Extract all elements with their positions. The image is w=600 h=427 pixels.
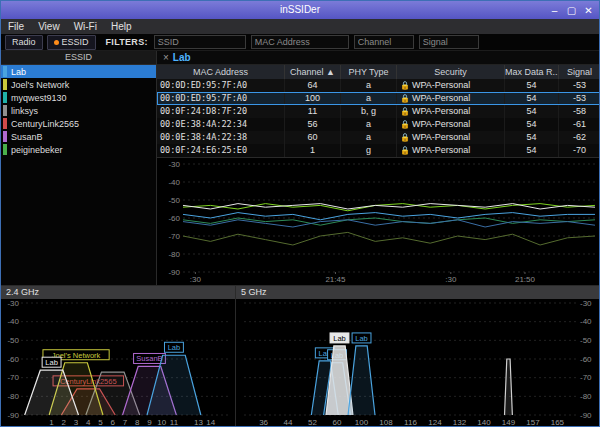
band-5ghz-panel: 5 GHz -30-40-50-60-70-80-903644526010010… <box>235 285 600 427</box>
essid-label: myqwest9130 <box>11 93 67 103</box>
svg-text:-60: -60 <box>168 214 180 223</box>
table-cell: b, g <box>341 105 397 118</box>
lock-icon: 🔒 <box>400 120 410 129</box>
maximize-icon[interactable]: ▢ <box>563 5 580 16</box>
svg-text::30: :30 <box>445 275 457 284</box>
menu-view[interactable]: View <box>31 21 67 32</box>
table-cell: a <box>341 131 397 144</box>
essid-sidebar: ESSID LabJoel's Networkmyqwest9130linksy… <box>1 51 157 285</box>
svg-text:36: 36 <box>259 418 268 427</box>
table-cell: 00:0E:38:4A:22:38 <box>157 131 285 144</box>
network-color-chip <box>3 118 7 129</box>
table-cell: 54 <box>505 79 559 92</box>
column-header[interactable]: Security <box>397 65 505 79</box>
svg-text:-50: -50 <box>580 336 592 345</box>
lock-icon: 🔒 <box>400 81 410 90</box>
essid-list-item[interactable]: linksys <box>1 104 156 117</box>
window-title: inSSIDer <box>1 4 599 15</box>
svg-text:21:45: 21:45 <box>325 275 346 284</box>
essid-list: LabJoel's Networkmyqwest9130linksysCentu… <box>1 65 156 156</box>
table-cell: 00:0F:24:E6:25:E0 <box>157 144 285 157</box>
essid-label: Lab <box>11 67 26 77</box>
svg-text::30: :30 <box>190 275 202 284</box>
network-color-chip <box>3 144 7 155</box>
band-24ghz-panel: 2.4 GHz -30-40-50-60-70-80-9012345678910… <box>1 285 235 427</box>
svg-text:1: 1 <box>49 418 54 427</box>
mac-filter-input[interactable] <box>251 35 349 49</box>
table-row[interactable]: 00:0D:ED:95:7F:A0100a🔒WPA-Personal54-53 <box>157 92 600 105</box>
table-cell: 🔒WPA-Personal <box>397 118 505 131</box>
table-cell: -53 <box>559 92 600 105</box>
svg-text:-70: -70 <box>580 373 592 382</box>
table-cell: 11 <box>285 105 341 118</box>
essid-label: Joel's Network <box>11 80 69 90</box>
svg-text:-70: -70 <box>168 232 180 241</box>
svg-text:10: 10 <box>157 418 166 427</box>
essid-list-item[interactable]: CenturyLink2565 <box>1 117 156 130</box>
lock-icon: 🔒 <box>400 94 410 103</box>
column-header[interactable]: Max Data R... <box>505 65 559 79</box>
svg-text:44: 44 <box>284 418 293 427</box>
column-header[interactable]: Signal <box>559 65 600 79</box>
table-row[interactable]: 00:0F:24:D8:7F:2011b, g🔒WPA-Personal54-5… <box>157 105 600 118</box>
tab-close-icon[interactable]: × <box>157 52 173 63</box>
lock-icon: 🔒 <box>400 146 410 155</box>
column-header[interactable]: Channel ▲ <box>285 65 341 79</box>
menu-wifi[interactable]: Wi-Fi <box>67 21 104 32</box>
table-row[interactable]: 00:0E:38:4A:22:3860a🔒WPA-Personal54-62 <box>157 131 600 144</box>
essid-list-item[interactable]: myqwest9130 <box>1 91 156 104</box>
menubar: File View Wi-Fi Help <box>1 19 599 34</box>
table-cell: 🔒WPA-Personal <box>397 144 505 157</box>
svg-text:7: 7 <box>123 418 128 427</box>
essid-button[interactable]: ESSID <box>47 35 96 50</box>
table-cell: -58 <box>559 105 600 118</box>
band-5ghz-chart: -30-40-50-60-70-80-903644526010010811612… <box>236 299 600 427</box>
table-cell: 100 <box>285 92 341 105</box>
network-color-chip <box>3 66 7 77</box>
essid-button-label: ESSID <box>62 37 89 48</box>
table-cell: 54 <box>505 118 559 131</box>
column-header[interactable]: PHY Type <box>341 65 397 79</box>
essid-list-item[interactable]: peiginebeker <box>1 143 156 156</box>
essid-list-item[interactable]: Lab <box>1 65 156 78</box>
menu-help[interactable]: Help <box>104 21 139 32</box>
band-24ghz-chart: -30-40-50-60-70-80-9012345678910111314Ce… <box>1 299 235 427</box>
essid-list-item[interactable]: Joel's Network <box>1 78 156 91</box>
table-cell: 54 <box>505 131 559 144</box>
column-header[interactable]: MAC Address <box>157 65 285 79</box>
svg-text:100: 100 <box>355 418 369 427</box>
svg-text:-80: -80 <box>7 392 19 401</box>
table-row[interactable]: 00:0E:38:4A:22:3456a🔒WPA-Personal54-61 <box>157 118 600 131</box>
filters-label: FILTERS: <box>106 37 148 47</box>
tab-lab[interactable]: Lab <box>173 52 191 63</box>
essid-label: linksys <box>11 106 38 116</box>
table-cell: 00:0E:38:4A:22:34 <box>157 118 285 131</box>
table-row[interactable]: 00:0D:ED:95:7F:A064a🔒WPA-Personal54-53 <box>157 79 600 92</box>
svg-text:-40: -40 <box>580 317 592 326</box>
svg-text:Lab: Lab <box>355 334 368 343</box>
table-cell: 54 <box>505 105 559 118</box>
svg-text:5: 5 <box>98 418 103 427</box>
lock-icon: 🔒 <box>400 133 410 142</box>
channel-filter-input[interactable] <box>354 35 414 49</box>
band-24ghz-header: 2.4 GHz <box>1 286 235 299</box>
svg-text:52: 52 <box>308 418 317 427</box>
bssid-table: MAC AddressChannel ▲PHY TypeSecurityMax … <box>157 65 600 157</box>
signal-filter-input[interactable] <box>419 35 479 49</box>
table-cell: 00:0F:24:D8:7F:20 <box>157 105 285 118</box>
table-header-row: MAC AddressChannel ▲PHY TypeSecurityMax … <box>157 65 600 79</box>
close-icon[interactable]: ✕ <box>580 5 597 16</box>
table-cell: 54 <box>505 144 559 157</box>
ssid-filter-input[interactable] <box>154 35 246 49</box>
essid-dot-icon <box>54 40 59 45</box>
svg-text:-90: -90 <box>7 411 19 420</box>
essid-list-item[interactable]: SusanB <box>1 130 156 143</box>
table-cell: 🔒WPA-Personal <box>397 92 505 105</box>
network-color-chip <box>3 92 7 103</box>
menu-file[interactable]: File <box>1 21 31 32</box>
radio-button[interactable]: Radio <box>5 35 43 50</box>
table-cell: 56 <box>285 118 341 131</box>
table-row[interactable]: 00:0F:24:E6:25:E01g🔒WPA-Personal54-70 <box>157 144 600 157</box>
svg-text:-50: -50 <box>7 336 19 345</box>
minimize-icon[interactable]: – <box>546 5 563 16</box>
